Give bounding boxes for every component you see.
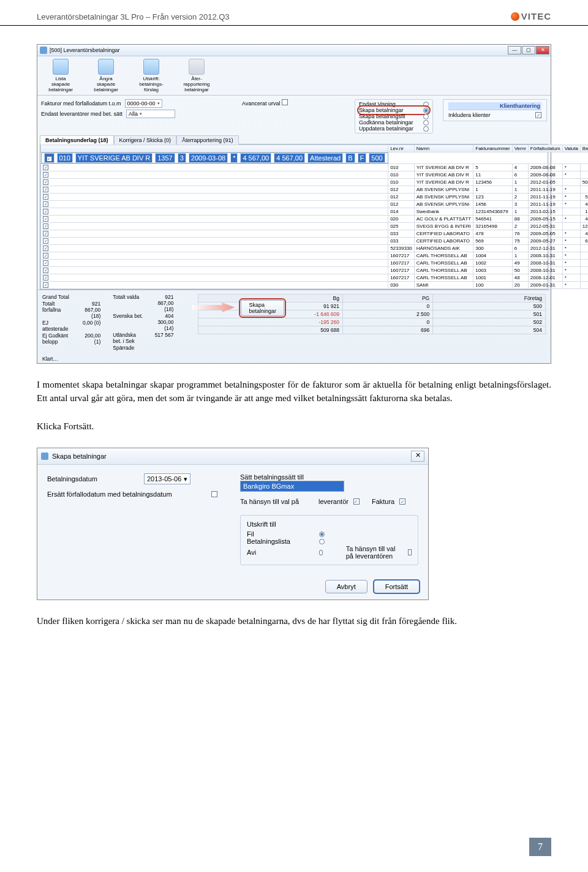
output-option-0[interactable]: Fil	[247, 530, 412, 538]
doc-title: Leverantörsbetalningar 3L Pro – Från ver…	[37, 12, 230, 21]
row-checkbox[interactable]	[43, 201, 48, 207]
row-checkbox[interactable]	[43, 268, 48, 273]
radio-icon	[319, 532, 325, 537]
consider-invoice-checkbox[interactable]	[399, 498, 405, 505]
consider-choice-label: Ta hänsyn till val på	[240, 498, 314, 505]
cancel-button[interactable]: Avbryt	[325, 580, 368, 593]
row-checkbox[interactable]	[43, 253, 48, 258]
ribbon-icon	[53, 59, 69, 75]
table-row[interactable]: 012AB SVENSK UPPLYSNI12322011-11-19*50 0…	[41, 194, 589, 201]
radio-icon	[423, 108, 429, 113]
table-row[interactable]: 1607217CARL THORSSELL AB1002492008-10-31…	[41, 260, 589, 267]
table-row[interactable]: 020AC GOLV & PLATTSÄTT546541882009-05-15…	[41, 216, 589, 223]
radio-icon	[423, 102, 429, 107]
table-row[interactable]: 1607217CARL THORSSELL AB100412008-10-31*…	[41, 252, 589, 260]
row-checkbox[interactable]	[43, 209, 48, 214]
output-option-1[interactable]: Betalningslista	[247, 538, 412, 545]
consider-supplier-print-checkbox[interactable]	[408, 549, 412, 555]
page-header: Leverantörsbetalningar 3L Pro – Från ver…	[0, 0, 588, 26]
mode-option-0[interactable]: Endast Visning	[359, 101, 429, 107]
row-checkbox[interactable]	[43, 238, 48, 244]
row-checkbox[interactable]	[43, 187, 48, 192]
row-checkbox[interactable]	[43, 275, 48, 280]
payment-method-select[interactable]: Bankgiro BGmax	[240, 481, 344, 492]
ribbon-icon	[98, 59, 114, 75]
row-checkbox[interactable]	[43, 260, 48, 266]
table-row[interactable]: 1607217CARL THORSSELL AB1003502008-10-31…	[41, 267, 589, 274]
row-checkbox[interactable]	[43, 224, 48, 229]
supplier-filter-label: Endast leverantörer med bet. sätt	[41, 111, 123, 117]
paragraph-3: Under fliken korrigera / skicka ser man …	[37, 615, 551, 628]
output-option-2[interactable]: AviTa hänsyn till val på leverantören	[247, 545, 412, 560]
due-date-input[interactable]: 0000-00-00	[125, 99, 162, 108]
table-row[interactable]: 010YIT SVERIGE AB DIV R542009-08-08*5 00…	[41, 164, 589, 171]
row-checkbox[interactable]	[43, 216, 48, 222]
mode-option-1[interactable]: Skapa betalningar	[359, 107, 429, 113]
dialog-close-button[interactable]: ✕	[411, 451, 424, 462]
row-checkbox[interactable]	[43, 282, 48, 288]
mode-option-3[interactable]: Godkänna betalningar	[359, 119, 429, 126]
payment-date-input[interactable]: 2013-05-06 ▾	[144, 473, 190, 484]
row-checkbox[interactable]	[43, 246, 48, 251]
radio-icon	[423, 126, 429, 132]
row-checkbox[interactable]	[43, 165, 48, 170]
logo-orb-icon	[511, 12, 519, 21]
table-row[interactable]: 033CERTIFIED LABORATO569752009-05-27*68 …	[41, 238, 589, 245]
mode-option-2[interactable]: Skapa betalningsfil	[359, 113, 429, 119]
payments-grid[interactable]: Lev.nrNamnFakturanummerVernrFörfallodatu…	[40, 144, 548, 290]
output-panel: Utskrift till FilBetalningslistaAviTa hä…	[240, 515, 418, 565]
radio-icon	[423, 120, 429, 126]
table-row[interactable]: 1607217CARL THORSSELL AB1001482008-12-01…	[41, 274, 589, 282]
minimize-button[interactable]: —	[508, 46, 521, 55]
table-row[interactable]: 52339330HÄRNÖSANDS AIK30062012-12-31*5 0…	[41, 245, 589, 252]
row-checkbox[interactable]	[43, 179, 48, 185]
supplier-filter-select[interactable]: Alla	[126, 110, 175, 118]
consider-supplier-checkbox[interactable]	[353, 498, 360, 505]
paragraph-1: I momentet skapa betalningar skapar prog…	[37, 378, 551, 405]
client-panel-header: Klienthantering	[448, 102, 541, 110]
mode-option-4[interactable]: Uppdatera betalningar	[359, 126, 429, 132]
main-window-screenshot: [500] Leverantörsbetalningar — ▢ ✕ Lista…	[37, 44, 551, 364]
app-icon	[40, 47, 47, 54]
table-row[interactable]: 025SVEGS BYGG & INTERI3216549822012-05-3…	[41, 223, 589, 230]
table-row[interactable]: 010YIT SVERIGE AB DIV R12345612012-01-05…	[41, 179, 589, 186]
ribbon-button-2[interactable]: Utskrift:betalnings-förslag	[132, 59, 171, 92]
tab-2[interactable]: Återrapportering (91)	[176, 135, 239, 145]
ribbon-button-0[interactable]: Listaskapadebetalningar	[41, 59, 80, 92]
ribbon-button-3[interactable]: Åter-rapporteringbetalningar	[177, 59, 216, 92]
table-row[interactable]: 014Swedbank12314543687912013-02-1510 000…	[41, 208, 589, 216]
maximize-button[interactable]: ▢	[522, 46, 535, 55]
ribbon-button-1[interactable]: Ångraskapadebetalningar	[86, 59, 126, 92]
table-row[interactable]: 033CERTIFIED LABORATO478762009-05-05*47 …	[41, 230, 589, 238]
radio-icon	[319, 539, 325, 544]
table-row[interactable]: 030SAMI100202009-01-31*800,00800,00Attes…	[41, 282, 589, 289]
tab-bar: Betalningsunderlag (18)Korrigera / Skick…	[37, 135, 551, 144]
close-button[interactable]: ✕	[536, 46, 549, 55]
payment-method-label: Sätt betalningssätt till	[240, 473, 332, 481]
radio-icon	[423, 114, 429, 119]
tab-1[interactable]: Korrigera / Skicka (0)	[114, 135, 177, 145]
create-payments-dialog: Skapa betalningar ✕ Betalningsdatum 2013…	[37, 448, 429, 600]
dialog-title: Skapa betalningar	[52, 453, 107, 460]
table-row[interactable]: 010YIT SVERIGE AB DIV R135732009-03-08*4…	[41, 152, 388, 164]
window-titlebar: [500] Leverantörsbetalningar — ▢ ✕	[37, 45, 551, 56]
replace-duedate-label: Ersätt förfallodatum med betalningsdatum	[47, 491, 206, 498]
include-clients-checkbox[interactable]	[535, 112, 541, 118]
row-checkbox[interactable]	[43, 231, 48, 236]
continue-button[interactable]: Fortsätt	[374, 580, 420, 593]
create-payments-button[interactable]: Skapa betalningar	[241, 300, 284, 316]
table-row[interactable]: 010YIT SVERIGE AB DIV R1162009-08-08*8 0…	[41, 171, 589, 179]
table-row[interactable]: 012AB SVENSK UPPLYSNI112011-11-19*1 000,…	[41, 186, 589, 194]
row-checkbox[interactable]	[43, 194, 48, 200]
tab-0[interactable]: Betalningsunderlag (18)	[40, 135, 114, 145]
table-row[interactable]: 012AB SVENSK UPPLYSNI145632011-11-19*40 …	[41, 201, 589, 208]
ribbon-icon	[143, 59, 159, 75]
ribbon-icon	[189, 59, 205, 75]
replace-duedate-checkbox[interactable]	[211, 491, 217, 497]
row-checkbox[interactable]	[43, 172, 48, 178]
paragraph-2: Klicka Fortsätt.	[37, 420, 551, 434]
row-checkbox[interactable]	[47, 156, 52, 162]
advanced-filter-checkbox[interactable]	[282, 99, 288, 105]
client-panel: Klienthantering Inkludera klienter	[443, 99, 547, 121]
radio-icon	[319, 550, 323, 555]
